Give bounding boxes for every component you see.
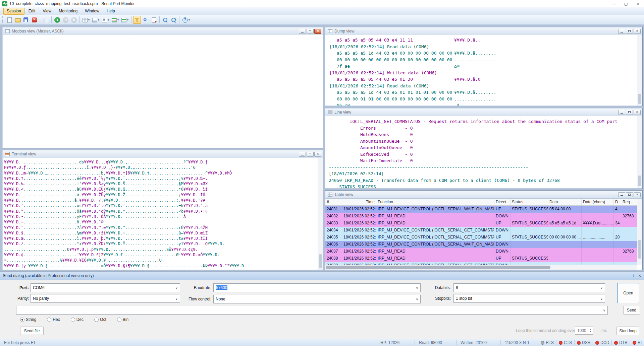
- table-row[interactable]: 2403318/01/2026 02:52:14IRP_MJ_READUPSTA…: [325, 220, 637, 227]
- modbus-minimize-icon[interactable]: [299, 29, 306, 34]
- stepper-arrows-icon[interactable]: ▲▼: [588, 327, 593, 334]
- table-column-header[interactable]: Function: [376, 199, 494, 205]
- line-maximize-icon[interactable]: [626, 110, 633, 115]
- chevron-down-icon[interactable]: ▾: [117, 18, 119, 21]
- settings-button[interactable]: [142, 16, 149, 24]
- table-column-header[interactable]: Time: [342, 199, 376, 205]
- command-input[interactable]: ∨: [16, 306, 608, 315]
- send-file-button[interactable]: Send file: [20, 327, 44, 335]
- terminal-close-icon[interactable]: ✕: [314, 152, 321, 157]
- table-column-header[interactable]: Status: [511, 199, 548, 205]
- table-column-header[interactable]: Direct...: [494, 199, 511, 205]
- toolbar-grip[interactable]: [2, 16, 4, 23]
- start-monitoring-button[interactable]: [53, 16, 61, 24]
- format-radio-bin[interactable]: Bin: [117, 317, 128, 322]
- modbus-view-titlebar[interactable]: Modbus view (Master, ASCII) ✕: [3, 27, 323, 35]
- chevron-down-icon[interactable]: ▾: [98, 18, 99, 21]
- menu-view[interactable]: View: [39, 8, 55, 15]
- send-button[interactable]: Send: [623, 306, 640, 315]
- table-row[interactable]: 2403618/01/2026 02:52:14IRP_MJ_DEVICE_CO…: [325, 241, 637, 248]
- table-row[interactable]: 2403818/01/2026 02:52:14IRP_MJ_READUPSTA…: [325, 255, 637, 262]
- table-column-header[interactable]: Data: [548, 199, 582, 205]
- format-radio-string[interactable]: String: [20, 317, 36, 322]
- stopbits-select[interactable]: 1 stop bit∨: [453, 294, 605, 303]
- terminal-view-button[interactable]: ▾: [120, 16, 129, 24]
- terminal-minimize-icon[interactable]: [299, 152, 306, 157]
- export-button[interactable]: [150, 16, 158, 24]
- format-radio-hex[interactable]: Hex: [47, 317, 60, 322]
- line-view-body[interactable]: IOCTL_SERIAL_GET_COMMSTATUS - Request re…: [325, 116, 642, 188]
- table-column-header[interactable]: D..: [614, 199, 621, 205]
- table-row[interactable]: 2403718/01/2026 02:52:14IRP_MJ_READDOWN3…: [325, 248, 637, 255]
- table-row[interactable]: 2403418/01/2026 02:52:14IRP_MJ_DEVICE_CO…: [325, 227, 637, 234]
- chevron-down-icon[interactable]: ▾: [189, 18, 190, 21]
- flow-control-select[interactable]: None∨: [213, 295, 421, 303]
- baudrate-select[interactable]: 57600∨: [213, 283, 421, 292]
- open-file-button[interactable]: [14, 16, 21, 24]
- format-radio-dec[interactable]: Dec: [71, 317, 84, 322]
- modbus-maximize-icon[interactable]: [307, 29, 314, 34]
- databits-select[interactable]: 8∨: [453, 283, 605, 292]
- table-close-icon[interactable]: ✕: [634, 192, 641, 197]
- window-close-icon[interactable]: ✕: [632, 0, 644, 7]
- loop-interval-stepper[interactable]: 1000 ▲▼: [575, 327, 593, 335]
- terminal-maximize-icon[interactable]: [307, 152, 314, 157]
- line-minimize-icon[interactable]: [618, 110, 625, 115]
- line-view-titlebar[interactable]: Line view ✕: [325, 109, 642, 116]
- dump-vertical-scrollbar[interactable]: [637, 35, 642, 106]
- menu-session[interactable]: Session: [3, 8, 24, 15]
- table-row[interactable]: 2403218/01/2026 02:52:14IRP_MJ_READDOWN3…: [325, 213, 637, 220]
- dump-close-icon[interactable]: ✕: [634, 29, 641, 34]
- search-next-button[interactable]: ▸: [170, 16, 177, 24]
- line-close-icon[interactable]: ✕: [634, 110, 641, 115]
- table-row[interactable]: 2403518/01/2026 02:52:14IRP_MJ_DEVICE_CO…: [325, 234, 637, 241]
- copy-button[interactable]: [42, 16, 50, 24]
- open-button[interactable]: Open: [617, 283, 639, 303]
- dump-maximize-icon[interactable]: [626, 29, 633, 34]
- line-vertical-scrollbar[interactable]: [637, 116, 642, 188]
- stop-monitoring-button[interactable]: [70, 16, 78, 24]
- pause-monitoring-button[interactable]: [62, 16, 69, 24]
- terminal-vertical-scrollbar[interactable]: [318, 158, 323, 270]
- table-vertical-scrollbar[interactable]: [637, 199, 642, 265]
- modbus-close-icon[interactable]: ✕: [314, 29, 321, 34]
- line-view-button[interactable]: ▾: [91, 16, 100, 24]
- filter-button[interactable]: [133, 16, 141, 24]
- help-button[interactable]: ▾: [181, 16, 191, 24]
- window-maximize-icon[interactable]: ▢: [620, 0, 632, 7]
- chevron-down-icon[interactable]: ▾: [108, 18, 109, 21]
- table-header-row[interactable]: #TimeFunctionDirect...StatusDataData (ch…: [325, 199, 637, 206]
- table-column-header[interactable]: #: [325, 199, 342, 205]
- port-select[interactable]: COM6∨: [31, 283, 180, 292]
- send-dialog-close-icon[interactable]: ✕: [638, 274, 641, 278]
- dump-view-body[interactable]: a5 a5 a5 a5 05 44 03 e4 11 11¥¥¥¥.D.ä..[…: [325, 35, 642, 106]
- save-button[interactable]: [22, 16, 30, 24]
- chevron-down-icon[interactable]: ▾: [88, 18, 90, 21]
- new-file-button[interactable]: [5, 16, 13, 24]
- table-horizontal-scrollbar[interactable]: [325, 265, 637, 270]
- table-row[interactable]: 2403918/01/2026 02:52:14IRP_MJ_DEVICE_CO…: [325, 262, 637, 265]
- terminal-view-body[interactable]: ¥¥¥¥.D. .......................ds¥¥¥¥.D.…: [3, 158, 323, 270]
- dump-minimize-icon[interactable]: [618, 29, 625, 34]
- search-button[interactable]: [161, 16, 169, 24]
- dump-view-titlebar[interactable]: Dump view ✕: [325, 27, 642, 35]
- window-minimize-icon[interactable]: —: [608, 0, 620, 7]
- menu-window[interactable]: Window: [82, 8, 103, 15]
- pin-icon[interactable]: ⊥: [632, 274, 635, 278]
- dump-view-button[interactable]: ▾: [101, 16, 110, 24]
- close-session-button[interactable]: [31, 16, 38, 24]
- menu-help[interactable]: Help: [103, 8, 118, 15]
- modbus-view-button[interactable]: ▾: [82, 16, 91, 24]
- table-row[interactable]: 2403118/01/2026 02:52:14IRP_MJ_DEVICE_CO…: [325, 206, 637, 213]
- table-view-titlebar[interactable]: Table view ✕: [325, 191, 642, 199]
- modbus-view-body[interactable]: [3, 35, 323, 148]
- parity-select[interactable]: No parity∨: [31, 294, 180, 303]
- start-loop-button[interactable]: Start loop: [616, 327, 639, 335]
- menu-edit[interactable]: Edit: [25, 8, 39, 15]
- terminal-view-titlebar[interactable]: Terminal view ✕: [3, 150, 323, 158]
- chevron-down-icon[interactable]: ▾: [127, 18, 128, 21]
- format-radio-oct[interactable]: Oct: [94, 317, 106, 322]
- menu-monitoring[interactable]: Monitoring: [55, 8, 81, 15]
- table-column-header[interactable]: Data (chars): [582, 199, 614, 205]
- table-maximize-icon[interactable]: [626, 192, 633, 197]
